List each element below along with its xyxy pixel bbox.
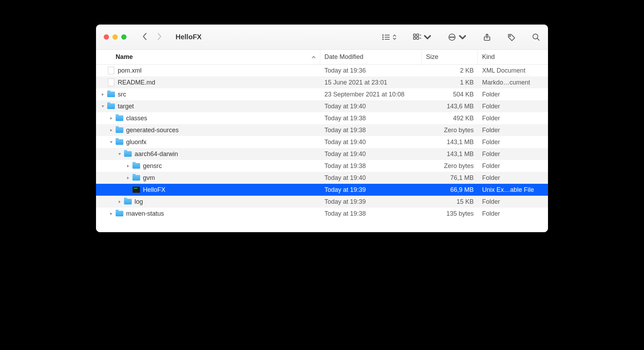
cell-date: Today at 19:38 [320, 112, 422, 124]
zoom-button[interactable] [121, 34, 126, 40]
cell-kind: Folder [478, 208, 548, 220]
close-button[interactable] [104, 34, 109, 40]
disclosure-triangle[interactable] [109, 128, 114, 133]
minimize-button[interactable] [112, 34, 118, 40]
column-header-size[interactable]: Size [422, 50, 478, 64]
cell-date: Today at 19:38 [320, 208, 422, 220]
cell-date: Today at 19:38 [320, 124, 422, 136]
cell-size: Zero bytes [422, 160, 478, 172]
svg-line-19 [537, 38, 539, 40]
column-header-kind-label: Kind [482, 53, 495, 61]
column-header-size-label: Size [426, 53, 438, 61]
file-row[interactable]: maven-statusToday at 19:38135 bytesFolde… [96, 208, 548, 220]
cell-name: maven-status [96, 208, 320, 220]
file-name: maven-status [126, 210, 164, 217]
cell-size: 492 KB [422, 112, 478, 124]
cell-size: 15 KB [422, 196, 478, 208]
column-header-kind[interactable]: Kind [478, 50, 548, 64]
svg-rect-8 [413, 37, 416, 39]
action-menu-button[interactable] [448, 33, 467, 41]
svg-point-15 [453, 36, 454, 37]
cell-date: Today at 19:38 [320, 160, 422, 172]
file-row[interactable]: README.md15 June 2021 at 23:011 KBMarkdo… [96, 76, 548, 88]
disclosure-triangle[interactable] [117, 199, 122, 204]
disclosure-triangle[interactable] [109, 140, 114, 144]
disclosure-triangle[interactable] [109, 211, 114, 216]
cell-date: 23 September 2021 at 10:08 [320, 88, 422, 100]
disclosure-triangle[interactable] [125, 175, 130, 180]
search-button[interactable] [532, 33, 540, 41]
svg-point-14 [452, 36, 452, 37]
svg-marker-25 [118, 153, 121, 155]
cell-kind: Folder [478, 112, 548, 124]
file-name: gvm [143, 174, 155, 182]
svg-point-3 [383, 35, 383, 35]
window-controls [104, 34, 126, 40]
cell-size: 76,1 MB [422, 172, 478, 184]
svg-marker-22 [110, 117, 112, 119]
sort-indicator-icon [311, 55, 316, 59]
svg-rect-7 [417, 34, 419, 36]
cell-size: 135 bytes [422, 208, 478, 220]
file-row[interactable]: gluonfxToday at 19:40143,1 MBFolder [96, 136, 548, 148]
file-name: log [135, 198, 143, 206]
file-row[interactable]: logToday at 19:3915 KBFolder [96, 196, 548, 208]
file-row[interactable]: src23 September 2021 at 10:08504 KBFolde… [96, 88, 548, 100]
file-row[interactable]: gensrcToday at 19:38Zero bytesFolder [96, 160, 548, 172]
cell-name: log [96, 196, 320, 208]
view-mode-button[interactable] [382, 33, 397, 41]
disclosure-triangle[interactable] [125, 163, 130, 168]
cell-size: 143,1 MB [422, 148, 478, 160]
cell-date: Today at 19:40 [320, 100, 422, 112]
share-button[interactable] [483, 33, 491, 41]
folder-icon [124, 150, 132, 158]
file-row[interactable]: aarch64-darwinToday at 19:40143,1 MBFold… [96, 148, 548, 160]
file-name: src [118, 91, 126, 98]
tags-button[interactable] [507, 33, 516, 41]
folder-icon [107, 102, 115, 110]
file-row[interactable]: generated-sourcesToday at 19:38Zero byte… [96, 124, 548, 136]
file-name: README.md [118, 79, 155, 86]
cell-date: Today at 19:40 [320, 148, 422, 160]
column-header-name-label: Name [116, 53, 133, 61]
svg-point-17 [509, 35, 511, 36]
forward-button[interactable] [156, 33, 162, 42]
cell-kind: XML Document [478, 65, 548, 76]
cell-kind: Unix Ex…able File [478, 184, 548, 196]
toolbar-actions [382, 33, 540, 41]
cell-name: target [96, 100, 320, 112]
file-row[interactable]: pom.xmlToday at 19:362 KBXML Document [96, 65, 548, 76]
cell-kind: Folder [478, 148, 548, 160]
file-row[interactable]: HelloFXToday at 19:3966,9 MBUnix Ex…able… [96, 184, 548, 196]
group-button[interactable] [413, 33, 432, 41]
cell-name: generated-sources [96, 124, 320, 136]
executable-icon [132, 186, 140, 194]
file-row[interactable]: gvmToday at 19:4076,1 MBFolder [96, 172, 548, 184]
document-icon [107, 67, 115, 74]
file-row[interactable]: classesToday at 19:38492 KBFolder [96, 112, 548, 124]
cell-size: 66,9 MB [422, 184, 478, 196]
disclosure-triangle[interactable] [100, 104, 105, 109]
file-name: gensrc [143, 162, 162, 170]
folder-icon [107, 90, 115, 98]
cell-name: gensrc [96, 160, 320, 172]
cell-size: 2 KB [422, 65, 478, 76]
file-row[interactable]: targetToday at 19:40143,6 MBFolder [96, 100, 548, 112]
column-header-name[interactable]: Name [96, 50, 320, 64]
toolbar: HelloFX [96, 25, 548, 50]
cell-size: 1 KB [422, 76, 478, 88]
column-header-date[interactable]: Date Modified [320, 50, 422, 64]
cell-size: 143,6 MB [422, 100, 478, 112]
disclosure-triangle[interactable] [100, 92, 105, 97]
disclosure-triangle[interactable] [117, 152, 122, 156]
folder-icon [132, 162, 140, 170]
cell-date: Today at 19:40 [320, 172, 422, 184]
cell-kind: Folder [478, 100, 548, 112]
disclosure-triangle[interactable] [109, 116, 114, 121]
folder-icon [116, 114, 123, 122]
back-button[interactable] [142, 33, 148, 42]
finder-window: HelloFX [96, 25, 548, 232]
file-name: gluonfx [126, 139, 146, 146]
cell-kind: Folder [478, 136, 548, 148]
cell-name: pom.xml [96, 65, 320, 76]
